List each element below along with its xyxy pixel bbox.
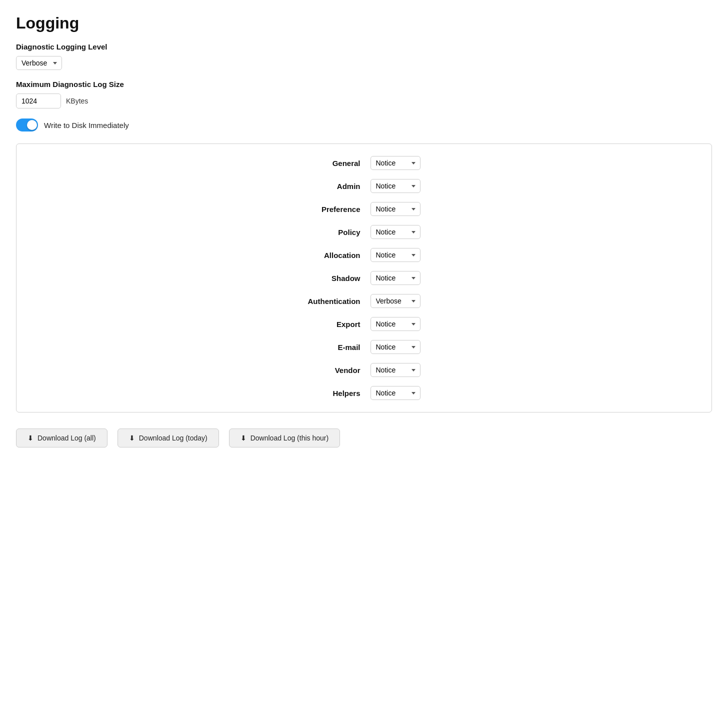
log-level-name-preference: Preference	[308, 205, 360, 214]
log-level-select-vendor[interactable]: NoticeVerboseInfoDebugErrorWarning	[370, 363, 420, 377]
download-all-label: Download Log (all)	[38, 434, 96, 442]
toggle-thumb	[27, 120, 37, 130]
log-level-select-e-mail[interactable]: NoticeVerboseInfoDebugErrorWarning	[370, 340, 420, 354]
download-all-icon: ⬇	[28, 434, 34, 442]
log-level-select-helpers[interactable]: NoticeVerboseInfoDebugErrorWarning	[370, 386, 420, 400]
log-level-select-shadow[interactable]: NoticeVerboseInfoDebugErrorWarning	[370, 271, 420, 285]
log-level-select-export[interactable]: NoticeVerboseInfoDebugErrorWarning	[370, 317, 420, 331]
download-today-button[interactable]: ⬇ Download Log (today)	[118, 428, 219, 448]
max-log-size-section: Maximum Diagnostic Log Size KBytes	[16, 80, 712, 108]
log-levels-grid: GeneralNoticeVerboseInfoDebugErrorWarnin…	[239, 156, 489, 400]
buttons-row: ⬇ Download Log (all) ⬇ Download Log (tod…	[16, 428, 712, 448]
log-size-input[interactable]	[16, 94, 61, 108]
download-all-button[interactable]: ⬇ Download Log (all)	[16, 428, 108, 448]
download-hour-label: Download Log (this hour)	[250, 434, 328, 442]
max-log-size-label: Maximum Diagnostic Log Size	[16, 80, 712, 88]
log-level-select-policy[interactable]: NoticeVerboseInfoDebugErrorWarning	[370, 225, 420, 239]
log-level-name-allocation: Allocation	[308, 251, 360, 260]
download-today-icon: ⬇	[129, 434, 135, 442]
log-level-select-allocation[interactable]: NoticeVerboseInfoDebugErrorWarning	[370, 248, 420, 262]
download-hour-icon: ⬇	[240, 434, 246, 442]
log-level-name-e-mail: E-mail	[308, 343, 360, 352]
log-level-select-admin[interactable]: NoticeVerboseInfoDebugErrorWarning	[370, 179, 420, 193]
log-level-name-vendor: Vendor	[308, 366, 360, 374]
kbytes-unit: KBytes	[66, 97, 88, 105]
log-level-name-helpers: Helpers	[308, 389, 360, 398]
download-today-label: Download Log (today)	[139, 434, 208, 442]
write-to-disk-label: Write to Disk Immediately	[44, 121, 129, 130]
diagnostic-logging-label: Diagnostic Logging Level	[16, 42, 712, 51]
log-level-name-policy: Policy	[308, 228, 360, 236]
log-level-name-shadow: Shadow	[308, 274, 360, 282]
diagnostic-logging-section: Diagnostic Logging Level Verbose Notice …	[16, 42, 712, 70]
log-level-select-general[interactable]: NoticeVerboseInfoDebugErrorWarning	[370, 156, 420, 170]
log-level-name-general: General	[308, 159, 360, 168]
write-to-disk-toggle[interactable]	[16, 118, 38, 132]
log-level-select-authentication[interactable]: NoticeVerboseInfoDebugErrorWarning	[370, 294, 420, 308]
download-this-hour-button[interactable]: ⬇ Download Log (this hour)	[229, 428, 340, 448]
write-to-disk-row: Write to Disk Immediately	[16, 118, 712, 132]
log-level-name-admin: Admin	[308, 182, 360, 190]
log-levels-container: GeneralNoticeVerboseInfoDebugErrorWarnin…	[16, 144, 712, 412]
log-size-row: KBytes	[16, 94, 712, 108]
page-title: Logging	[16, 14, 712, 32]
diagnostic-logging-select[interactable]: Verbose Notice Info Debug Error	[16, 56, 62, 70]
log-level-select-preference[interactable]: NoticeVerboseInfoDebugErrorWarning	[370, 202, 420, 216]
log-level-name-authentication: Authentication	[308, 297, 360, 306]
log-level-name-export: Export	[308, 320, 360, 328]
